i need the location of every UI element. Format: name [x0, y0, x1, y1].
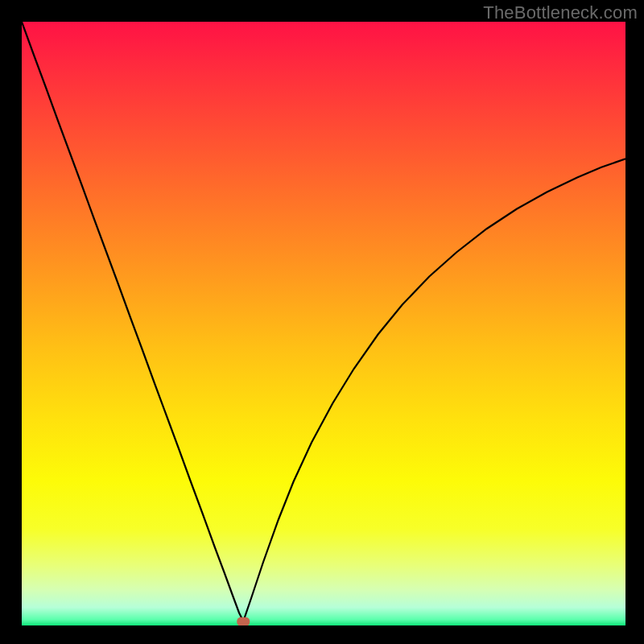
svg-rect-0: [237, 617, 250, 625]
watermark-text: TheBottleneck.com: [483, 2, 638, 23]
chart-container: TheBottleneck.com: [0, 0, 644, 644]
plot-area: [22, 22, 625, 625]
bottleneck-curve: [22, 22, 625, 625]
